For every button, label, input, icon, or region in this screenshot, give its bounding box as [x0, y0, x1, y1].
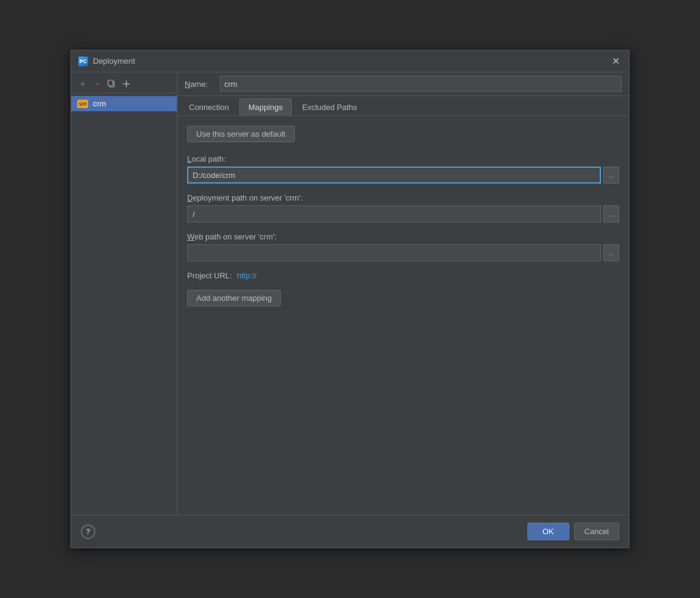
sidebar-item-label: crm	[93, 99, 106, 108]
web-path-input-row: ...	[187, 244, 619, 261]
bottom-bar: ? OK Cancel	[71, 515, 629, 548]
local-path-input[interactable]	[187, 167, 601, 184]
dialog-title: Deployment	[93, 57, 135, 66]
deployment-path-browse-button[interactable]: ...	[603, 205, 619, 222]
copy-server-button[interactable]	[105, 77, 118, 91]
deployment-path-label: Deployment path on server 'crm':	[187, 193, 619, 202]
name-label: Name:	[185, 80, 215, 89]
tabs: Connection Mappings Excluded Paths	[177, 96, 629, 116]
deployment-dialog: PC Deployment ✕ ＋ −	[70, 50, 630, 548]
project-url-label: Project URL:	[187, 271, 232, 280]
deployment-path-group: Deployment path on server 'crm': ...	[187, 193, 619, 222]
deployment-path-input-row: ...	[187, 205, 619, 222]
action-buttons: OK Cancel	[527, 523, 619, 540]
web-path-label: Web path on server 'crm':	[187, 232, 619, 241]
tab-excluded-paths[interactable]: Excluded Paths	[293, 98, 366, 115]
name-input[interactable]	[220, 76, 622, 92]
web-path-input[interactable]	[187, 244, 601, 261]
sidebar: ＋ − SFP	[71, 72, 177, 515]
sidebar-item-crm[interactable]: SFP crm	[71, 96, 177, 111]
deployment-path-input[interactable]	[187, 205, 601, 222]
local-path-group: Local path: ...	[187, 154, 619, 184]
mappings-panel: Use this server as default Local path: .…	[177, 116, 629, 515]
svg-rect-1	[108, 80, 113, 86]
sidebar-toolbar: ＋ −	[71, 75, 177, 94]
main-content: Name: Connection Mappings Excluded Paths…	[177, 72, 629, 515]
use-default-server-button[interactable]: Use this server as default	[187, 126, 295, 142]
server-icon: SFP	[77, 100, 88, 108]
add-mapping-button[interactable]: Add another mapping	[187, 290, 281, 306]
project-url-value: http://	[237, 271, 257, 280]
remove-server-button[interactable]: −	[91, 77, 104, 91]
help-button[interactable]: ?	[81, 524, 95, 539]
close-button[interactable]: ✕	[609, 55, 622, 67]
local-path-label: Local path:	[187, 154, 619, 163]
ok-button[interactable]: OK	[527, 523, 569, 540]
move-server-button[interactable]	[120, 77, 133, 91]
name-row: Name:	[177, 72, 629, 96]
title-bar: PC Deployment ✕	[71, 50, 629, 72]
web-path-group: Web path on server 'crm': ...	[187, 232, 619, 261]
tab-mappings[interactable]: Mappings	[239, 98, 292, 115]
title-bar-left: PC Deployment	[78, 57, 135, 66]
app-icon: PC	[78, 57, 88, 66]
dialog-body: ＋ − SFP	[71, 72, 629, 515]
web-path-browse-button[interactable]: ...	[603, 244, 619, 261]
local-path-browse-button[interactable]: ...	[603, 167, 619, 184]
add-server-button[interactable]: ＋	[76, 77, 89, 91]
svg-text:SFP: SFP	[79, 102, 87, 107]
local-path-input-row: ...	[187, 167, 619, 184]
cancel-button[interactable]: Cancel	[574, 523, 619, 540]
tab-connection[interactable]: Connection	[180, 98, 238, 115]
project-url-row: Project URL: http://	[187, 271, 619, 280]
